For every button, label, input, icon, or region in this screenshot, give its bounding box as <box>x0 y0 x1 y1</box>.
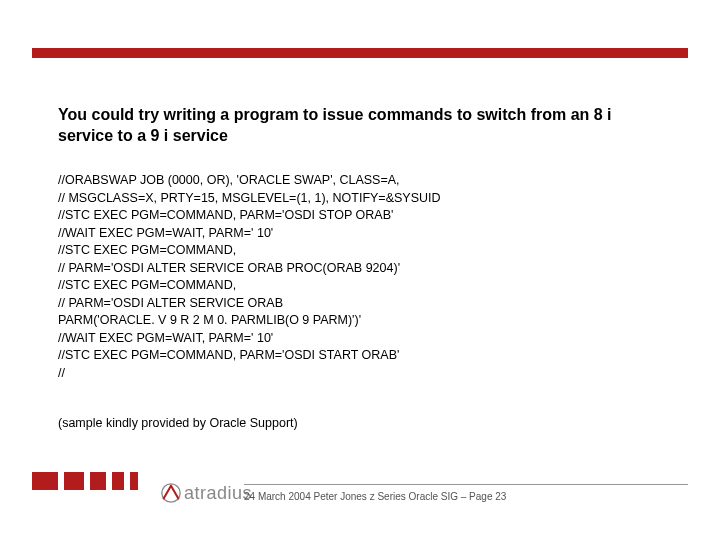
footer-text: 24 March 2004 Peter Jones z Series Oracl… <box>244 491 688 502</box>
logo-text: atradius <box>184 483 252 504</box>
credit-text: (sample kindly provided by Oracle Suppor… <box>58 416 298 430</box>
jcl-code-block: //ORABSWAP JOB (0000, OR), 'ORACLE SWAP'… <box>58 172 662 382</box>
stripe <box>32 472 58 490</box>
slide-heading: You could try writing a program to issue… <box>58 105 662 147</box>
stripe <box>130 472 138 490</box>
logo-mark-icon <box>160 482 182 504</box>
stripe <box>90 472 106 490</box>
top-red-bar <box>32 48 688 58</box>
stripe <box>64 472 84 490</box>
slide: You could try writing a program to issue… <box>0 0 720 540</box>
stripe <box>112 472 124 490</box>
footer-divider <box>244 484 688 485</box>
footer-stripe-decoration <box>32 472 152 490</box>
atradius-logo: atradius <box>160 482 252 504</box>
